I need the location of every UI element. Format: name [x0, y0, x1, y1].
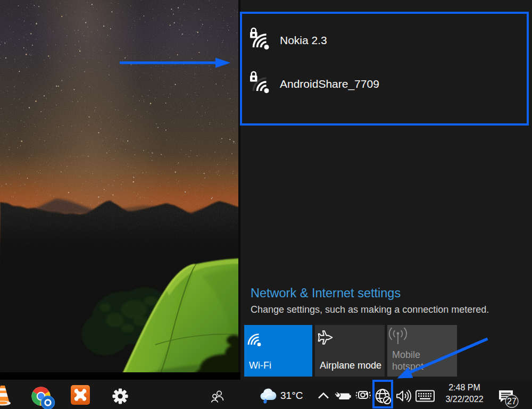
svg-text:27: 27	[507, 397, 517, 406]
